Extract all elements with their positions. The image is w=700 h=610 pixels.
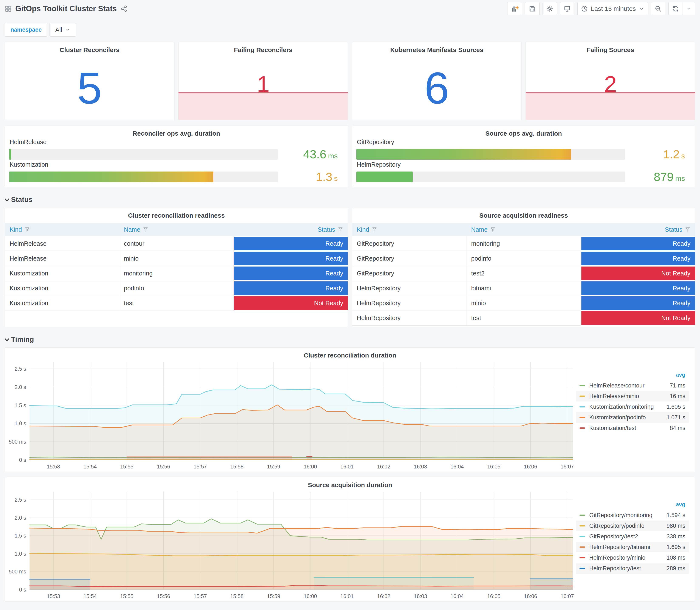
legend-series-avg: 338 ms xyxy=(666,533,685,540)
cell-status: Ready xyxy=(233,236,348,251)
stat-panel-1[interactable]: Failing Reconcilers1 xyxy=(178,42,348,120)
legend-item[interactable]: HelmRelease/contour71 ms xyxy=(576,380,689,391)
svg-text:16:01: 16:01 xyxy=(340,593,354,599)
legend-item[interactable]: Kustomization/test84 ms xyxy=(576,423,689,433)
svg-text:15:56: 15:56 xyxy=(157,464,170,469)
cell-kind: GitRepository xyxy=(352,251,467,266)
legend-item[interactable]: GitRepository/monitoring1.594 s xyxy=(576,510,689,520)
table-row[interactable]: HelmRepositorybitnamiReady xyxy=(352,281,695,296)
stat-value: 2 xyxy=(604,71,617,97)
zoom-out-button[interactable] xyxy=(651,2,665,15)
filter-icon[interactable] xyxy=(490,227,495,232)
legend-avg-header[interactable]: avg xyxy=(576,371,689,380)
legend-item[interactable]: HelmRepository/minio108 ms xyxy=(576,552,689,563)
filter-icon[interactable] xyxy=(685,227,690,232)
gauge-fill xyxy=(9,172,213,182)
column-header-status[interactable]: Status xyxy=(233,223,348,236)
table-row[interactable]: HelmReleaseminioReady xyxy=(5,251,348,266)
filter-icon[interactable] xyxy=(143,227,148,232)
svg-text:0 s: 0 s xyxy=(19,457,26,463)
legend-series-name: HelmRelease/contour xyxy=(589,382,670,389)
svg-text:15:59: 15:59 xyxy=(267,593,280,599)
gauge-track xyxy=(9,172,278,182)
cell-status: Not Ready xyxy=(233,296,348,311)
cycle-view-button[interactable] xyxy=(560,2,574,15)
settings-button[interactable] xyxy=(542,2,557,15)
column-header-name[interactable]: Name xyxy=(119,223,233,236)
table-row[interactable]: KustomizationmonitoringReady xyxy=(5,266,348,281)
legend-item[interactable]: Kustomization/monitoring1.605 s xyxy=(576,401,689,412)
legend-series-avg: 1.594 s xyxy=(666,512,685,519)
gauge-track xyxy=(356,172,625,182)
filter-icon[interactable] xyxy=(372,227,377,232)
svg-text:16:07: 16:07 xyxy=(560,464,574,469)
gauge-fill xyxy=(356,149,571,160)
svg-text:500 ms: 500 ms xyxy=(9,439,26,445)
apps-grid-icon[interactable] xyxy=(5,5,12,12)
stat-value: 1 xyxy=(257,71,270,97)
status-badge: Ready xyxy=(234,282,348,295)
stat-panel-0[interactable]: Cluster Reconcilers5 xyxy=(5,42,175,120)
table-row[interactable]: KustomizationpodinfoReady xyxy=(5,281,348,296)
legend-avg-header[interactable]: avg xyxy=(576,501,689,510)
add-panel-button[interactable] xyxy=(507,2,522,15)
chart-title: Cluster reconciliation duration xyxy=(5,348,695,359)
table-row[interactable]: GitRepositorypodinfoReady xyxy=(352,251,695,266)
bargauge-panel-1[interactable]: Source ops avg. durationGitRepository1.2… xyxy=(352,126,695,187)
column-header-name[interactable]: Name xyxy=(467,223,581,236)
share-icon[interactable] xyxy=(120,5,127,12)
table-title: Source acquisition readiness xyxy=(352,208,695,219)
svg-text:16:02: 16:02 xyxy=(377,464,390,469)
refresh-button[interactable] xyxy=(668,2,683,15)
table-row[interactable]: KustomizationtestNot Ready xyxy=(5,296,348,311)
section-status[interactable]: Status xyxy=(5,194,695,205)
legend-item[interactable]: GitRepository/podinfo980 ms xyxy=(576,520,689,531)
cell-kind: Kustomization xyxy=(5,296,119,311)
stat-panel-2[interactable]: Kubernetes Manifests Sources6 xyxy=(352,42,522,120)
time-range-picker[interactable]: Last 15 minutes xyxy=(577,2,648,15)
filter-icon[interactable] xyxy=(338,227,343,232)
cell-status: Ready xyxy=(233,266,348,281)
bargauge-title: Source ops avg. duration xyxy=(356,126,691,137)
legend-item[interactable]: GitRepository/test2338 ms xyxy=(576,531,689,542)
legend-item[interactable]: HelmRelease/minio16 ms xyxy=(576,391,689,401)
bargauge-panel-0[interactable]: Reconciler ops avg. durationHelmRelease4… xyxy=(5,126,348,187)
legend-item[interactable]: Kustomization/podinfo1.071 s xyxy=(576,412,689,423)
stat-panel-title: Cluster Reconcilers xyxy=(5,42,174,54)
table-row[interactable]: GitRepositorytest2Not Ready xyxy=(352,266,695,281)
table-row[interactable]: HelmReleasecontourReady xyxy=(5,236,348,251)
svg-text:2.0 s: 2.0 s xyxy=(15,515,26,521)
legend-item[interactable]: HelmRepository/test289 ms xyxy=(576,563,689,574)
table-title: Cluster reconciliation readiness xyxy=(5,208,348,219)
cell-name: bitnami xyxy=(467,281,581,296)
plot-area[interactable]: 15:5315:5415:5515:5615:5715:5815:5916:00… xyxy=(5,359,576,472)
column-header-kind[interactable]: Kind xyxy=(5,223,119,236)
column-header-kind[interactable]: Kind xyxy=(352,223,467,236)
series-color-icon xyxy=(580,557,585,558)
series-color-icon xyxy=(580,417,585,418)
legend-series-name: HelmRepository/bitnami xyxy=(589,544,666,550)
chevron-down-icon xyxy=(639,6,644,12)
legend-item[interactable]: HelmRepository/bitnami1.695 s xyxy=(576,542,689,552)
stat-panel-3[interactable]: Failing Sources2 xyxy=(525,42,695,120)
namespace-filter-dropdown[interactable]: All xyxy=(50,23,76,36)
table-row[interactable]: GitRepositorymonitoringReady xyxy=(352,236,695,251)
svg-text:16:00: 16:00 xyxy=(304,464,317,469)
plot-area[interactable]: 15:5315:5415:5515:5615:5715:5815:5916:00… xyxy=(5,489,576,601)
cell-name: minio xyxy=(467,296,581,311)
timeseries-panel-1[interactable]: Source acquisition duration15:5315:5415:… xyxy=(5,477,695,602)
namespace-filter-value: All xyxy=(55,26,62,33)
refresh-interval-dropdown[interactable] xyxy=(683,2,695,15)
column-header-status[interactable]: Status xyxy=(581,223,695,236)
svg-text:1.0 s: 1.0 s xyxy=(15,551,26,557)
save-dashboard-button[interactable] xyxy=(525,2,540,15)
legend-series-avg: 980 ms xyxy=(666,523,685,529)
table-row[interactable]: HelmRepositoryminioReady xyxy=(352,296,695,311)
svg-text:500 ms: 500 ms xyxy=(9,568,26,575)
timeseries-panel-0[interactable]: Cluster reconciliation duration15:5315:5… xyxy=(5,348,695,472)
section-timing[interactable]: Timing xyxy=(5,334,695,344)
filter-icon[interactable] xyxy=(25,227,30,232)
table-row[interactable]: HelmRepositorytestNot Ready xyxy=(352,311,695,326)
svg-text:16:02: 16:02 xyxy=(377,593,390,599)
chevron-down-icon xyxy=(5,197,10,202)
